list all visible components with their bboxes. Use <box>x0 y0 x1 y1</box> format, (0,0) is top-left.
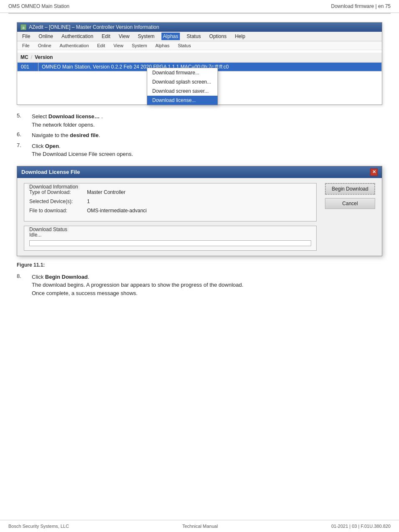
azedit-window: a AZedit – [ONLINE] – Master Controller … <box>17 22 382 105</box>
step-6-content: Navigate to the desired file. <box>32 131 100 140</box>
footer-center: Technical Manual <box>182 524 218 529</box>
menu2-authentication[interactable]: Authentication <box>58 42 91 49</box>
step-8-number: 8. <box>17 273 27 279</box>
step-8-sub: The download begins. A progression bar a… <box>32 281 243 297</box>
step-6: 6. Navigate to the desired file. <box>17 131 382 140</box>
menu-online[interactable]: Online <box>37 33 55 40</box>
menu-system[interactable]: System <box>136 33 156 40</box>
step-7-content: Click Open. The Download License File sc… <box>32 142 133 158</box>
menu2-file[interactable]: File <box>20 42 31 49</box>
file-value: OMS-intermediate-advanci <box>87 208 147 214</box>
menu2-status[interactable]: Status <box>176 42 192 49</box>
menu-authentication[interactable]: Authentication <box>60 33 95 40</box>
dropdown-item-screensaver[interactable]: Download screen saver... <box>147 87 217 96</box>
download-status-group: Download Status Idle... <box>24 226 317 251</box>
azedit-titlebar: a AZedit – [ONLINE] – Master Controller … <box>17 23 382 32</box>
page-footer: Bosch Security Systems, LLC Technical Ma… <box>0 520 399 532</box>
mc-header: MC / Version <box>17 53 382 62</box>
dialog-titlebar: Download License File ✕ <box>17 166 382 178</box>
version-label: Version <box>35 54 53 60</box>
progress-bar <box>29 240 311 246</box>
page-content: a AZedit – [ONLINE] – Master Controller … <box>0 14 399 316</box>
dialog-close-button[interactable]: ✕ <box>370 168 378 176</box>
dialog-title: Download License File <box>21 169 80 175</box>
step-7: 7. Click Open. The Download License File… <box>17 142 382 158</box>
devices-label: Selected Device(s): <box>29 199 84 204</box>
dropdown-item-license[interactable]: Download license... <box>147 96 217 105</box>
menu2-alphas[interactable]: Alphas <box>154 42 171 49</box>
cancel-button[interactable]: Cancel <box>325 198 375 209</box>
figure-caption: Figure 11.1: <box>17 262 382 268</box>
dialog-body: Download Information Type of Download: M… <box>17 178 382 256</box>
download-information-group: Download Information Type of Download: M… <box>24 183 317 221</box>
footer-right: 01-2021 | 03 | F.01U.380.820 <box>331 524 391 529</box>
menu2-system[interactable]: System <box>130 42 149 49</box>
steps-list: 5. Select Download license… . The networ… <box>17 112 382 158</box>
step-8-content: Click Begin Download. The download begin… <box>32 273 243 298</box>
download-status-title: Download Status <box>28 227 69 232</box>
menu-help[interactable]: Help <box>233 33 247 40</box>
footer-left: Bosch Security Systems, LLC <box>8 524 69 529</box>
azedit-title: AZedit – [ONLINE] – Master Controller Ve… <box>29 24 159 30</box>
header-divider: / <box>31 54 32 60</box>
begin-download-button[interactable]: Begin Download <box>325 183 375 195</box>
step-5-content: Select Download license… . The network f… <box>32 112 103 129</box>
dropdown-item-splash[interactable]: Download splash screen... <box>147 77 217 87</box>
step-7-number: 7. <box>17 142 27 148</box>
info-row-file: File to download: OMS-intermediate-advan… <box>29 208 311 214</box>
dropdown-item-firmware[interactable]: Download firmware... <box>147 68 217 77</box>
menu-alphas[interactable]: Alphas <box>161 33 180 40</box>
menu-status[interactable]: Status <box>185 33 202 40</box>
step-7-sub: The Download License File screen opens. <box>32 150 133 158</box>
azedit-table-area: MC / Version 001 OMNEO Main Station, Ver… <box>17 50 382 104</box>
step-6-number: 6. <box>17 131 27 137</box>
download-license-dialog: Download License File ✕ Download Informa… <box>17 166 382 256</box>
download-info-title: Download Information <box>28 184 80 190</box>
header-left: OMS OMNEO Main Station <box>8 3 69 9</box>
menu-file[interactable]: File <box>20 33 32 40</box>
menu-options[interactable]: Options <box>207 33 228 40</box>
step-5: 5. Select Download license… . The networ… <box>17 112 382 129</box>
mc-value: 001 <box>18 63 38 71</box>
menu-edit[interactable]: Edit <box>100 33 112 40</box>
dialog-left: Download Information Type of Download: M… <box>24 183 317 251</box>
azedit-menubar: File Online Authentication Edit View Sys… <box>17 32 382 41</box>
type-value: Master Controller <box>87 189 125 195</box>
step-5-number: 5. <box>17 112 27 119</box>
menu-view[interactable]: View <box>117 33 131 40</box>
azedit-menubar2: File Online Authentication Edit View Sys… <box>17 41 382 50</box>
mc-label: MC <box>20 54 28 60</box>
azedit-icon: a <box>20 24 26 30</box>
page-header: OMS OMNEO Main Station Download firmware… <box>0 0 399 13</box>
file-label: File to download: <box>29 208 84 214</box>
type-label: Type of Download: <box>29 189 84 195</box>
menu2-online[interactable]: Online <box>36 42 53 49</box>
dialog-right: Begin Download Cancel <box>325 183 375 251</box>
alphas-dropdown: Download firmware... Download splash scr… <box>147 68 218 105</box>
step-5-sub: The network folder opens. <box>32 121 103 129</box>
header-right: Download firmware | en 75 <box>331 3 391 9</box>
info-row-devices: Selected Device(s): 1 <box>29 199 311 204</box>
step-8: 8. Click Begin Download. The download be… <box>17 273 382 298</box>
status-text: Idle... <box>29 232 311 238</box>
menu2-view[interactable]: View <box>112 42 125 49</box>
menu2-edit[interactable]: Edit <box>95 42 107 49</box>
devices-value: 1 <box>87 199 90 204</box>
info-row-type: Type of Download: Master Controller <box>29 189 311 195</box>
